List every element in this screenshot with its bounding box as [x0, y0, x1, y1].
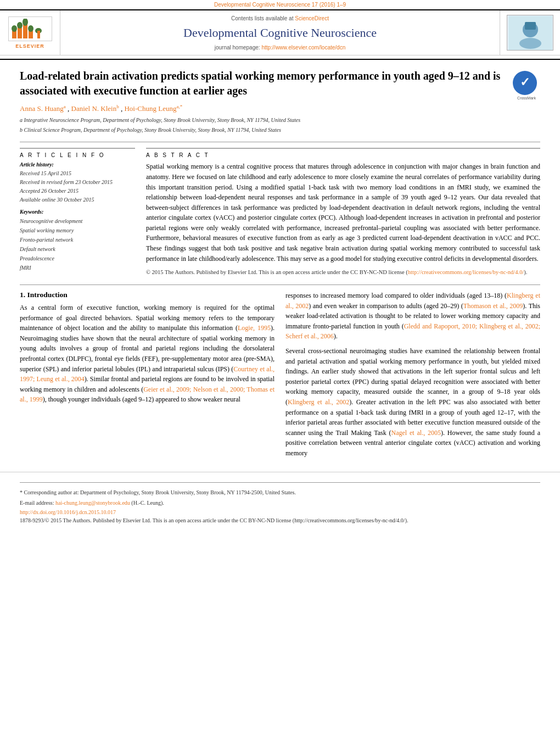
- article-info-section: A R T I C L E I N F O Article history: R…: [20, 148, 135, 272]
- author-huang-sup: a: [64, 104, 66, 109]
- thomason-link[interactable]: Thomason et al., 2009: [463, 302, 523, 310]
- journal-header: Developmental Cognitive Neuroscience 17 …: [0, 0, 560, 60]
- intro-para3: Several cross-sectional neuroimaging stu…: [285, 346, 540, 459]
- article-info-abstract: A R T I C L E I N F O Article history: R…: [20, 148, 540, 277]
- email-link[interactable]: hai-chung.leung@stonybrook.edu: [55, 500, 131, 506]
- sciencedirect-line: Contents lists available at ScienceDirec…: [231, 15, 329, 21]
- logie-link[interactable]: Logie, 1995: [238, 324, 271, 332]
- left-col: A R T I C L E I N F O Article history: R…: [20, 148, 135, 277]
- homepage-text: journal homepage:: [215, 44, 260, 51]
- received-date: Received 15 April 2015: [20, 169, 135, 178]
- sciencedirect-text: Contents lists available at: [231, 15, 293, 21]
- courtney-link[interactable]: Courtney et al., 1997; Leung et al., 200…: [20, 365, 275, 383]
- abstract-license: © 2015 The Authors. Published by Elsevie…: [146, 268, 540, 277]
- author-leung-name: Hoi-Chung Leung: [124, 104, 176, 113]
- homepage-url-text: http://www.elsevier.com/locate/dcn: [261, 44, 345, 51]
- abstract-section: A B S T R A C T Spatial working memory i…: [146, 148, 540, 277]
- intro-para2: responses to increased memory load compa…: [285, 291, 540, 342]
- accepted-date: Accepted 26 October 2015: [20, 187, 135, 196]
- affiliation-b: b Clinical Science Program, Department o…: [20, 126, 504, 134]
- author-klein-name: Daniel N. Klein: [71, 104, 117, 113]
- elsevier-tree-icon: [11, 19, 49, 40]
- journal-top-bar: ELSEVIER Contents lists available at Sci…: [0, 10, 560, 55]
- author-huang-link[interactable]: Anna S. Huanga: [20, 104, 68, 113]
- elsevier-logo: ELSEVIER: [0, 10, 60, 55]
- elsevier-logo-box: [8, 16, 52, 41]
- sciencedirect-link-text: ScienceDirect: [295, 15, 329, 21]
- page-wrapper: Developmental Cognitive Neuroscience 17 …: [0, 0, 560, 742]
- journal-cover-svg: [508, 16, 552, 50]
- svg-rect-13: [525, 22, 536, 30]
- keyword-6: fMRI: [20, 263, 135, 272]
- license-close: ).: [524, 269, 527, 275]
- email-name: (H.-C. Leung).: [131, 500, 164, 506]
- available-date: Available online 30 October 2015: [20, 196, 135, 204]
- keyword-5: Preadolescence: [20, 254, 135, 263]
- crossmark-circle: ✓: [513, 71, 537, 95]
- body-content: 1. Introduction As a central form of exe…: [20, 291, 540, 463]
- issn-text: 1878-9293/© 2015 The Authors. Published …: [20, 517, 408, 523]
- svg-point-12: [519, 38, 541, 49]
- journal-title: Developmental Cognitive Neuroscience: [183, 26, 377, 40]
- email-note: E-mail address: hai-chung.leung@stonybro…: [20, 499, 540, 507]
- article-title: Load-related brain activation predicts s…: [20, 69, 504, 98]
- divider-line-2: [20, 284, 540, 285]
- keyword-2: Spatial working memory: [20, 226, 135, 235]
- abstract-text: Spatial working memory is a central cogn…: [146, 161, 540, 264]
- history-label: Article history:: [20, 161, 135, 168]
- elsevier-text: ELSEVIER: [15, 43, 44, 49]
- author-leung-sup: a,*: [176, 104, 182, 109]
- corresponding-author-note: * Corresponding author at: Department of…: [20, 488, 540, 496]
- sciencedirect-link[interactable]: ScienceDirect: [295, 15, 329, 21]
- journal-center: Contents lists available at ScienceDirec…: [60, 10, 500, 55]
- intro-number: 1.: [20, 291, 25, 299]
- keywords-section: Keywords: Neurocognitive development Spa…: [20, 209, 135, 272]
- affiliation-a: a Integrative Neuroscience Program, Depa…: [20, 116, 504, 124]
- article-number-bar: Developmental Cognitive Neuroscience 17 …: [0, 0, 560, 10]
- email-address: hai-chung.leung@stonybrook.edu: [55, 500, 130, 506]
- svg-rect-9: [37, 31, 40, 38]
- article-info-label: A R T I C L E I N F O: [20, 152, 135, 158]
- author-klein-sup: b: [116, 104, 119, 109]
- crossmark-letter: ✓: [520, 75, 530, 90]
- intro-title: Introduction: [27, 291, 68, 299]
- geier-link[interactable]: Geier et al., 2009; Nelson et al., 2000;…: [20, 386, 275, 404]
- keywords-label: Keywords:: [20, 209, 135, 215]
- nagel-link[interactable]: Nagel et al., 2005: [391, 429, 441, 437]
- author-huang-name: Anna S. Huang: [20, 104, 64, 113]
- article-footer: * Corresponding author at: Department of…: [0, 472, 560, 528]
- email-label: E-mail address:: [20, 500, 54, 506]
- keyword-3: Fronto-parietal network: [20, 235, 135, 244]
- gledd-link[interactable]: Gledd and Rapoport, 2010; Klingberg et a…: [285, 322, 540, 341]
- doi-line: http://dx.doi.org/10.1016/j.dcn.2015.10.…: [20, 509, 540, 515]
- keyword-4: Default network: [20, 244, 135, 254]
- author-klein-link[interactable]: Daniel N. Kleinb: [71, 104, 121, 113]
- svg-point-5: [17, 22, 23, 29]
- intro-heading: 1. Introduction: [20, 291, 275, 299]
- intro-para1: As a central form of executive function,…: [20, 303, 275, 405]
- journal-right-logo: [500, 10, 560, 55]
- doi-text: http://dx.doi.org/10.1016/j.dcn.2015.10.…: [20, 509, 116, 515]
- issn-line: 1878-9293/© 2015 The Authors. Published …: [20, 517, 540, 523]
- svg-point-4: [12, 25, 17, 32]
- body-right: responses to increased memory load compa…: [285, 291, 540, 463]
- divider-line-1: [20, 142, 540, 142]
- article-title-text: Load-related brain activation predicts s…: [20, 69, 504, 136]
- body-left: 1. Introduction As a central form of exe…: [20, 291, 275, 463]
- author-leung-link[interactable]: Hoi-Chung Leunga,*: [124, 104, 182, 113]
- article-title-section: Load-related brain activation predicts s…: [20, 69, 540, 136]
- journal-cover-image: [507, 15, 553, 51]
- journal-homepage-link[interactable]: http://www.elsevier.com/locate/dcn: [261, 44, 345, 51]
- svg-point-7: [28, 25, 33, 32]
- revised-date: Received in revised form 23 October 2015: [20, 178, 135, 187]
- license-link[interactable]: http://creativecommons.org/licenses/by-n…: [408, 269, 524, 275]
- footer-divider: [20, 482, 540, 483]
- crossmark-logo[interactable]: ✓ CrossMark: [513, 71, 540, 100]
- keyword-1: Neurocognitive development: [20, 216, 135, 226]
- klingberg2002b-link[interactable]: Klingberg et al., 2002: [288, 398, 349, 406]
- doi-link[interactable]: http://dx.doi.org/10.1016/j.dcn.2015.10.…: [20, 509, 116, 515]
- corresponding-author-text: * Corresponding author at: Department of…: [20, 489, 296, 495]
- crossmark-label: CrossMark: [513, 96, 540, 100]
- license-text: © 2015 The Authors. Published by Elsevie…: [146, 269, 408, 275]
- license-url: http://creativecommons.org/licenses/by-n…: [408, 269, 524, 275]
